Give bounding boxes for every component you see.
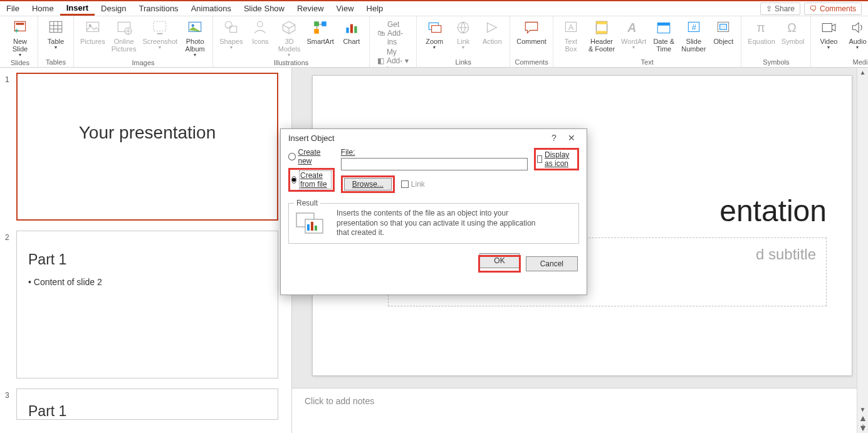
link-icon bbox=[454, 19, 472, 36]
group-label-tables: Tables bbox=[42, 58, 70, 66]
group-label-illustrations: Illustrations bbox=[217, 59, 365, 67]
symbol-button[interactable]: Ω Symbol bbox=[779, 18, 807, 46]
screenshot-button[interactable]: Screenshot ▾ bbox=[140, 18, 180, 51]
slide-thumbnail[interactable]: Part 1 • Content of slide 2 bbox=[16, 231, 278, 378]
notes-pane[interactable]: Click to add notes bbox=[292, 388, 857, 433]
tab-animations[interactable]: Animations bbox=[185, 3, 238, 14]
object-button[interactable]: Object bbox=[709, 18, 737, 46]
thumb-number: 1 bbox=[5, 73, 16, 84]
svg-rect-31 bbox=[596, 21, 607, 24]
close-icon[interactable]: ✕ bbox=[563, 133, 580, 143]
video-button[interactable]: Video▾ bbox=[815, 18, 842, 51]
slide-number-button[interactable]: # Slide Number bbox=[679, 18, 708, 54]
header-footer-icon bbox=[593, 19, 610, 36]
group-label-images: Images bbox=[78, 59, 209, 67]
link-checkbox[interactable]: Link bbox=[401, 180, 425, 189]
zoom-button[interactable]: Zoom▾ bbox=[421, 18, 448, 51]
audio-button[interactable]: Audio▾ bbox=[844, 18, 868, 51]
svg-rect-12 bbox=[154, 21, 167, 31]
3d-models-button[interactable]: 3D Models▾ bbox=[275, 18, 303, 59]
svg-point-15 bbox=[192, 24, 194, 27]
tab-file[interactable]: File bbox=[0, 3, 26, 14]
audio-icon bbox=[849, 19, 866, 36]
svg-point-18 bbox=[258, 21, 263, 27]
comment-button[interactable]: Comment bbox=[514, 18, 549, 46]
svg-rect-13 bbox=[157, 33, 163, 34]
tab-home[interactable]: Home bbox=[26, 3, 60, 14]
svg-rect-26 bbox=[432, 26, 441, 33]
svg-rect-32 bbox=[596, 31, 607, 33]
thumb-title: Part 1 bbox=[28, 403, 266, 420]
smartart-icon bbox=[311, 19, 329, 36]
svg-rect-1 bbox=[16, 23, 24, 24]
slide-thumbnail[interactable]: Part 1 bbox=[16, 389, 278, 420]
file-path-input[interactable] bbox=[341, 158, 528, 170]
text-box-button[interactable]: A Text Box bbox=[557, 18, 585, 54]
chevron-down-icon: ▾ bbox=[462, 45, 464, 50]
result-panel: Result Inserts the contents of the file … bbox=[288, 203, 579, 244]
chevron-down-icon: ▾ bbox=[405, 56, 409, 65]
share-icon: ⇪ bbox=[766, 4, 772, 13]
online-pictures-button[interactable]: Online Pictures bbox=[109, 18, 139, 54]
scroll-up-icon[interactable]: ▲ bbox=[860, 68, 866, 77]
collapse-ribbon-icon[interactable]: ⌃ bbox=[860, 424, 865, 430]
svg-rect-19 bbox=[314, 21, 319, 26]
comment-bubble-icon bbox=[523, 19, 540, 36]
cancel-button[interactable]: Cancel bbox=[526, 256, 578, 271]
svg-rect-20 bbox=[322, 21, 327, 26]
chart-button[interactable]: Chart bbox=[338, 18, 365, 46]
slide-thumbnail[interactable]: Your presentation bbox=[16, 73, 278, 221]
svg-rect-24 bbox=[354, 26, 357, 33]
svg-rect-35 bbox=[657, 23, 670, 25]
tab-help[interactable]: Help bbox=[360, 3, 390, 14]
smartart-button[interactable]: SmartArt bbox=[304, 18, 336, 46]
thumbnail-pane[interactable]: 1 Your presentation 2 Part 1 • Content o… bbox=[0, 68, 292, 433]
date-time-button[interactable]: Date & Time bbox=[650, 18, 677, 54]
photo-album-button[interactable]: Photo Album ▾ bbox=[181, 18, 209, 59]
tab-design[interactable]: Design bbox=[95, 3, 132, 14]
header-footer-button[interactable]: Header & Footer bbox=[586, 18, 617, 54]
new-slide-button[interactable]: ✶ New Slide ▾ bbox=[6, 18, 34, 59]
action-button[interactable]: Action bbox=[478, 18, 506, 46]
help-icon[interactable]: ? bbox=[545, 133, 563, 143]
create-new-radio[interactable]: Create new bbox=[288, 148, 335, 165]
ok-button[interactable]: OK bbox=[479, 253, 519, 268]
svg-rect-49 bbox=[315, 226, 317, 231]
share-button[interactable]: ⇪ Share bbox=[760, 3, 800, 15]
vertical-scrollbar[interactable]: ▲ ▼ ⯅ ⯆ bbox=[857, 68, 868, 433]
tab-review[interactable]: Review bbox=[291, 3, 330, 14]
tab-insert[interactable]: Insert bbox=[60, 2, 95, 16]
tab-slideshow[interactable]: Slide Show bbox=[238, 3, 291, 14]
group-label-links: Links bbox=[421, 58, 506, 66]
comment-icon: 🗨 bbox=[810, 4, 817, 13]
chevron-down-icon: ▾ bbox=[632, 45, 635, 50]
icons-button[interactable]: Icons bbox=[246, 18, 274, 46]
svg-rect-21 bbox=[314, 29, 319, 34]
svg-rect-22 bbox=[346, 28, 348, 33]
tab-transitions[interactable]: Transitions bbox=[133, 3, 185, 14]
browse-button[interactable]: Browse... bbox=[344, 178, 392, 190]
dialog-title: Insert Object bbox=[288, 133, 335, 143]
svg-text:Ω: Ω bbox=[787, 21, 797, 34]
chevron-down-icon: ▾ bbox=[433, 45, 436, 50]
link-button[interactable]: Link▾ bbox=[449, 18, 477, 51]
get-addins-button[interactable]: 🛍 Get Add-ins bbox=[377, 20, 409, 46]
thumb-number: 2 bbox=[5, 231, 16, 242]
table-button[interactable]: Table ▾ bbox=[42, 18, 70, 51]
display-as-icon-checkbox[interactable]: Display as icon bbox=[537, 150, 576, 168]
pictures-button[interactable]: Pictures bbox=[78, 18, 108, 46]
shapes-button[interactable]: Shapes▾ bbox=[217, 18, 245, 51]
shapes-icon bbox=[222, 19, 240, 36]
wordart-button[interactable]: A WordArt▾ bbox=[619, 18, 649, 51]
icons-icon bbox=[251, 19, 269, 36]
prev-slide-icon[interactable]: ⯅ bbox=[860, 414, 866, 424]
object-icon bbox=[714, 19, 732, 36]
comments-button[interactable]: 🗨 Comments bbox=[804, 3, 862, 15]
create-from-file-radio[interactable]: Create from file bbox=[291, 170, 332, 189]
svg-rect-39 bbox=[720, 24, 727, 30]
tab-view[interactable]: View bbox=[330, 3, 360, 14]
text-box-icon: A bbox=[562, 19, 580, 36]
scroll-down-icon[interactable]: ▼ bbox=[860, 405, 866, 414]
online-pictures-icon bbox=[115, 19, 133, 36]
equation-button[interactable]: π Equation bbox=[745, 18, 777, 46]
